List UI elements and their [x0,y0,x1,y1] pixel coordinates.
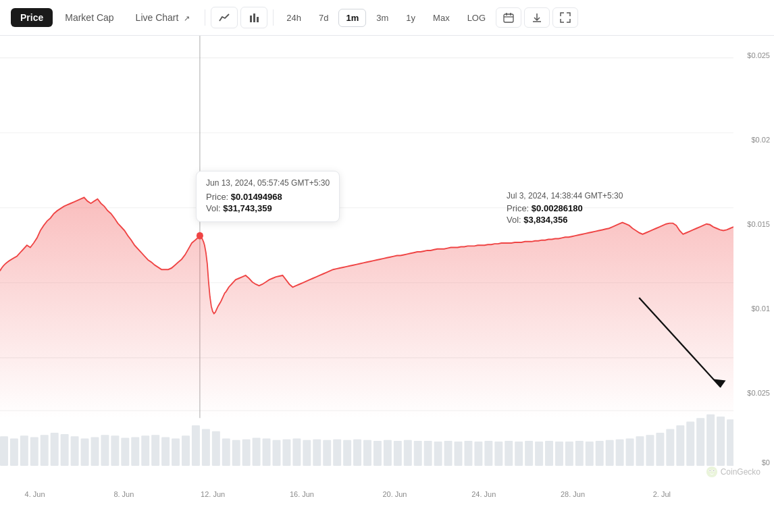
time-btn-1m[interactable]: 1m [338,9,366,27]
svg-rect-60 [444,441,453,466]
svg-rect-45 [292,439,301,466]
gecko-icon [706,466,718,478]
svg-rect-44 [282,440,290,466]
svg-rect-19 [30,437,38,465]
svg-rect-83 [676,425,684,466]
svg-rect-22 [61,434,69,466]
svg-rect-82 [666,429,674,465]
svg-rect-75 [596,441,604,466]
svg-rect-33 [172,439,180,466]
svg-rect-69 [535,442,543,466]
y-label-0025: $0.025 [747,51,770,59]
svg-rect-42 [263,439,271,466]
svg-rect-2 [257,17,259,22]
svg-rect-80 [646,435,654,466]
line-chart-icon [218,11,230,24]
svg-rect-71 [555,442,563,466]
tab-market-cap[interactable]: Market Cap [55,8,123,27]
svg-rect-50 [343,440,351,466]
crosshair-dot-1 [197,232,203,240]
log-button[interactable]: LOG [460,9,493,27]
svg-rect-0 [250,16,252,22]
bar-chart-icon [248,11,260,24]
svg-rect-74 [586,442,594,466]
tab-live-chart[interactable]: Live Chart ↗ [126,8,200,27]
tab-divider-2 [273,9,274,26]
expand-icon [560,12,571,23]
svg-rect-79 [636,436,644,466]
svg-point-95 [713,470,714,471]
time-btn-7d[interactable]: 7d [311,9,336,27]
svg-rect-34 [182,435,190,466]
svg-rect-55 [394,441,402,466]
svg-rect-72 [565,442,573,466]
svg-rect-38 [222,439,230,466]
svg-rect-25 [91,437,99,465]
svg-rect-65 [494,442,502,466]
svg-rect-51 [353,440,361,466]
svg-rect-84 [686,422,694,466]
download-icon [532,12,542,23]
svg-rect-58 [424,441,432,466]
expand-button[interactable] [552,7,578,28]
svg-rect-59 [434,442,442,466]
svg-rect-40 [242,440,251,466]
svg-rect-41 [253,438,261,466]
svg-rect-78 [626,439,634,466]
svg-rect-27 [111,435,119,466]
time-btn-3m[interactable]: 3m [369,9,396,27]
download-button[interactable] [524,7,550,28]
calendar-button[interactable] [496,7,521,28]
line-chart-button[interactable] [211,7,238,28]
chart-area[interactable]: $0.025 $0.02 $0.015 $0.01 $0.025 $0 4. J… [0,36,774,532]
svg-rect-86 [706,415,715,466]
y-label-0015: $0.015 [747,220,770,228]
svg-rect-81 [656,433,664,466]
svg-rect-73 [575,441,584,466]
svg-rect-63 [474,442,482,466]
svg-rect-76 [606,440,614,466]
svg-rect-66 [505,441,513,466]
svg-rect-87 [717,417,725,466]
svg-rect-32 [161,437,170,465]
bar-chart-button[interactable] [240,7,267,28]
svg-rect-31 [151,435,159,466]
y-label-0: $0 [762,458,770,467]
svg-rect-28 [121,438,129,466]
svg-rect-77 [616,440,624,466]
time-btn-max[interactable]: Max [425,9,457,27]
svg-rect-54 [384,440,392,466]
svg-rect-67 [515,442,523,466]
svg-rect-53 [373,441,382,466]
time-btn-24h[interactable]: 24h [279,9,309,27]
calendar-icon [503,12,514,23]
page-container: Price Market Cap Live Chart ↗ 24h 7d 1m … [0,0,774,532]
y-label-002: $0.02 [751,136,770,144]
svg-rect-56 [404,440,412,466]
svg-rect-26 [101,435,109,466]
svg-rect-61 [455,442,463,466]
svg-rect-1 [253,14,255,22]
svg-rect-85 [696,418,704,466]
svg-rect-35 [192,425,200,466]
external-link-icon: ↗ [184,14,190,22]
svg-rect-47 [313,440,321,466]
svg-rect-64 [484,441,492,466]
svg-rect-20 [41,435,49,466]
svg-point-94 [709,470,711,471]
svg-rect-57 [414,441,422,466]
svg-rect-68 [525,441,533,466]
svg-rect-43 [273,440,281,466]
svg-rect-49 [333,440,341,466]
svg-rect-52 [363,440,371,466]
svg-rect-62 [464,441,472,466]
tab-price[interactable]: Price [11,8,53,27]
svg-point-91 [706,467,717,477]
svg-rect-46 [303,440,311,466]
svg-rect-24 [81,439,89,466]
time-btn-1y[interactable]: 1y [398,9,423,27]
svg-rect-21 [51,433,59,466]
svg-rect-70 [545,441,553,466]
svg-rect-48 [323,440,331,466]
svg-rect-88 [727,419,733,466]
